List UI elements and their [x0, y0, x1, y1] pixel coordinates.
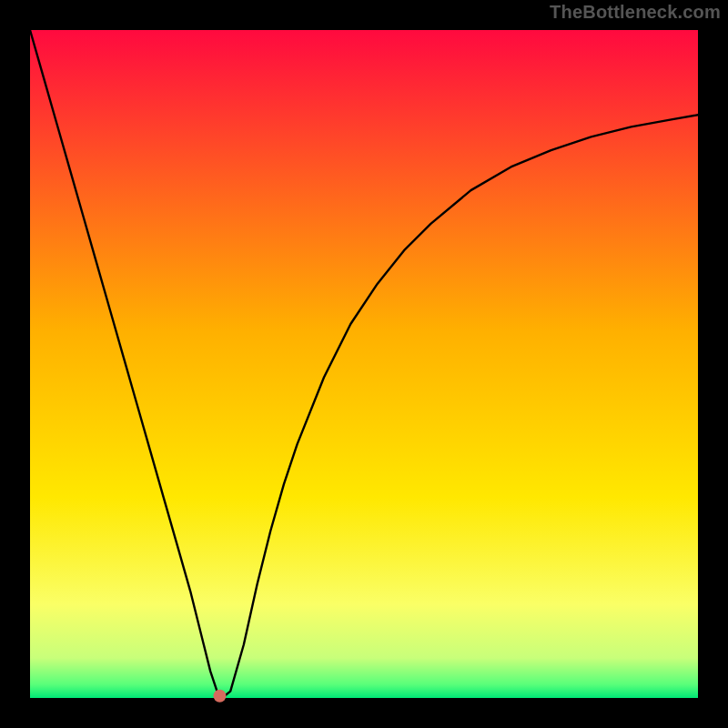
chart-svg — [0, 0, 728, 728]
plot-area — [30, 30, 698, 698]
watermark-text: TheBottleneck.com — [550, 2, 721, 23]
marker-dot — [213, 690, 226, 703]
chart-root: TheBottleneck.com — [0, 0, 728, 728]
